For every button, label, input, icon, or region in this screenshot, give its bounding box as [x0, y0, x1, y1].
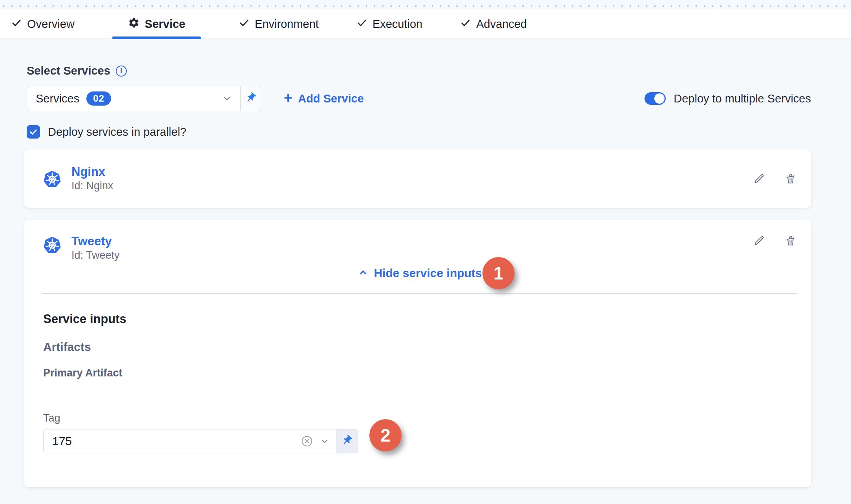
tab-label: Service — [145, 18, 185, 31]
delete-service-button[interactable] — [784, 234, 797, 247]
clear-icon[interactable] — [301, 435, 313, 447]
service-inputs-title: Service inputs — [43, 312, 797, 326]
chevron-up-icon — [358, 267, 368, 279]
gear-icon — [128, 17, 140, 31]
plus-icon: + — [284, 90, 292, 105]
toggle-knob — [654, 93, 665, 104]
tab-label: Execution — [373, 18, 422, 31]
kubernetes-icon — [43, 170, 61, 189]
annotation-badge-2: 2 — [369, 419, 402, 451]
services-controls-row: Services 02 + Add Service Deploy to mult… — [27, 86, 811, 111]
check-icon — [239, 17, 250, 31]
service-card-actions — [753, 234, 797, 247]
tag-input[interactable] — [52, 435, 301, 448]
pin-icon — [341, 435, 353, 448]
pencil-icon — [753, 234, 765, 247]
add-service-label: Add Service — [298, 92, 364, 105]
check-icon — [460, 17, 471, 31]
tab-execution[interactable]: Execution — [356, 9, 422, 38]
check-icon — [29, 128, 38, 136]
tab-overview[interactable]: Overview — [11, 9, 75, 38]
divider — [42, 293, 797, 294]
tag-label: Tag — [43, 412, 797, 424]
kubernetes-icon — [43, 236, 61, 255]
hide-service-inputs-label: Hide service inputs — [374, 267, 482, 280]
pin-icon — [245, 92, 257, 105]
service-card-header: Tweety Id: Tweety — [43, 234, 797, 262]
pencil-icon — [753, 172, 765, 185]
service-id: Id: Tweety — [71, 248, 120, 262]
tag-field-group — [43, 429, 358, 453]
deploy-multiple-row: Deploy to multiple Services — [645, 92, 811, 105]
deploy-multiple-toggle[interactable] — [645, 92, 666, 105]
primary-artifact-heading: Primary Artifact — [43, 367, 797, 379]
service-card-nginx: Nginx Id: Nginx — [24, 150, 811, 208]
annotation-badge-1: 1 — [482, 257, 515, 289]
chevron-down-icon[interactable] — [221, 93, 232, 104]
service-card-actions — [753, 172, 797, 185]
trash-icon — [784, 234, 797, 247]
service-id: Id: Nginx — [71, 179, 113, 192]
tab-advanced[interactable]: Advanced — [460, 9, 527, 38]
check-icon — [11, 17, 22, 31]
select-services-row: Select Services i — [27, 64, 811, 77]
pin-tag-button[interactable] — [336, 429, 358, 453]
edit-service-button[interactable] — [753, 172, 765, 185]
tab-label: Advanced — [476, 18, 527, 31]
stage-tab-bar: Overview Service Environment Execution A… — [0, 9, 851, 39]
service-name-link[interactable]: Nginx — [71, 165, 113, 179]
info-icon[interactable]: i — [116, 66, 127, 77]
service-title-block: Tweety Id: Tweety — [71, 234, 120, 262]
tag-input-wrap — [43, 429, 336, 453]
parallel-checkbox[interactable] — [27, 125, 40, 139]
tab-service[interactable]: Service — [112, 9, 201, 38]
services-dropdown[interactable]: Services 02 — [27, 86, 261, 111]
select-services-label: Select Services — [27, 64, 110, 77]
delete-service-button[interactable] — [784, 172, 797, 185]
parallel-checkbox-label: Deploy services in parallel? — [48, 126, 186, 139]
service-card-tweety: Tweety Id: Tweety Hide ser — [24, 220, 811, 487]
services-dropdown-value: Services — [36, 92, 79, 105]
service-name-link[interactable]: Tweety — [71, 234, 120, 248]
pin-services-dropdown-button[interactable] — [240, 86, 261, 111]
pipeline-canvas-dotted-strip — [0, 0, 851, 9]
service-tab-content: Select Services i Services 02 + Add Serv… — [0, 39, 851, 504]
tab-environment[interactable]: Environment — [239, 9, 319, 38]
check-icon — [356, 17, 367, 31]
parallel-checkbox-row: Deploy services in parallel? — [27, 125, 811, 139]
service-title-block: Nginx Id: Nginx — [71, 165, 113, 192]
chevron-down-icon[interactable] — [320, 436, 330, 446]
services-dropdown-value-area[interactable]: Services 02 — [27, 86, 240, 111]
hide-service-inputs-link[interactable]: Hide service inputs — [43, 265, 797, 281]
trash-icon — [784, 172, 797, 185]
services-count-badge: 02 — [86, 91, 111, 106]
edit-service-button[interactable] — [753, 234, 765, 247]
tab-label: Environment — [255, 18, 319, 31]
artifacts-heading: Artifacts — [43, 340, 797, 354]
deploy-multiple-label: Deploy to multiple Services — [674, 92, 811, 105]
tab-label: Overview — [27, 18, 75, 31]
add-service-button[interactable]: + Add Service — [284, 92, 364, 105]
tag-input-adornments — [301, 435, 330, 447]
